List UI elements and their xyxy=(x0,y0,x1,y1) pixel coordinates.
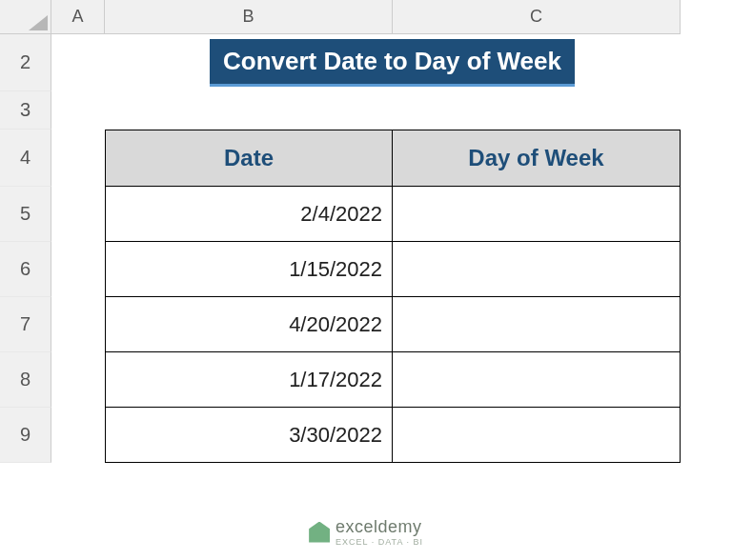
title-cell[interactable]: Convert Date to Day of Week xyxy=(105,34,681,91)
row-head-9[interactable]: 9 xyxy=(0,408,51,463)
dow-cell[interactable] xyxy=(393,187,681,242)
date-cell[interactable]: 1/17/2022 xyxy=(105,352,393,408)
col-head-a[interactable]: A xyxy=(51,0,105,34)
date-cell[interactable]: 1/15/2022 xyxy=(105,242,393,297)
cell-a8[interactable] xyxy=(51,352,105,408)
cell-a9[interactable] xyxy=(51,408,105,463)
dow-cell[interactable] xyxy=(393,242,681,297)
select-all-corner[interactable] xyxy=(0,0,51,34)
watermark: exceldemy EXCEL · DATA · BI xyxy=(309,517,423,547)
row-head-4[interactable]: 4 xyxy=(0,130,51,187)
date-cell[interactable]: 2/4/2022 xyxy=(105,187,393,242)
cell-a2[interactable] xyxy=(51,34,105,91)
row-head-3[interactable]: 3 xyxy=(0,91,51,130)
row-head-6[interactable]: 6 xyxy=(0,242,51,297)
row-head-8[interactable]: 8 xyxy=(0,352,51,408)
header-day-of-week[interactable]: Day of Week xyxy=(393,130,681,187)
col-head-b[interactable]: B xyxy=(105,0,393,34)
cell-a7[interactable] xyxy=(51,297,105,352)
cell-b3[interactable] xyxy=(105,91,393,130)
watermark-name: exceldemy xyxy=(336,517,423,537)
cell-a6[interactable] xyxy=(51,242,105,297)
col-head-c[interactable]: C xyxy=(393,0,681,34)
cell-a3[interactable] xyxy=(51,91,105,130)
header-date[interactable]: Date xyxy=(105,130,393,187)
date-cell[interactable]: 4/20/2022 xyxy=(105,297,393,352)
watermark-logo-icon xyxy=(309,522,330,543)
date-cell[interactable]: 3/30/2022 xyxy=(105,408,393,463)
cell-c3[interactable] xyxy=(393,91,681,130)
row-head-5[interactable]: 5 xyxy=(0,187,51,242)
row-head-2[interactable]: 2 xyxy=(0,34,51,91)
cell-a5[interactable] xyxy=(51,187,105,242)
dow-cell[interactable] xyxy=(393,352,681,408)
page-title: Convert Date to Day of Week xyxy=(210,39,575,87)
spreadsheet-grid: A B C 2 Convert Date to Day of Week 3 4 … xyxy=(0,0,732,463)
dow-cell[interactable] xyxy=(393,408,681,463)
cell-a4[interactable] xyxy=(51,130,105,187)
dow-cell[interactable] xyxy=(393,297,681,352)
watermark-tagline: EXCEL · DATA · BI xyxy=(336,537,423,547)
row-head-7[interactable]: 7 xyxy=(0,297,51,352)
